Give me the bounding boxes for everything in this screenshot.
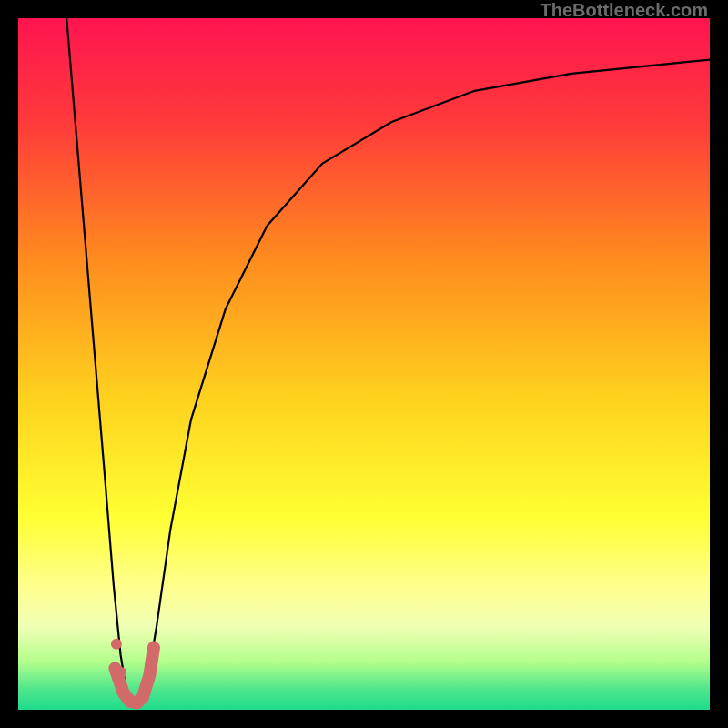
dot-mid	[116, 667, 126, 678]
dot-upper	[111, 639, 122, 650]
bottleneck-chart	[18, 18, 710, 710]
gradient-background	[18, 18, 710, 710]
watermark-text: TheBottleneck.com	[541, 0, 708, 21]
